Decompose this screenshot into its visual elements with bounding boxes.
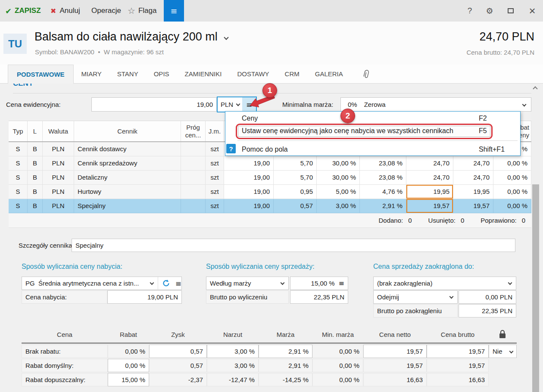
price-table-cell[interactable]: 24,70 bbox=[406, 171, 453, 185]
price-table-cell[interactable]: 19,00 bbox=[224, 199, 274, 213]
price-table-row[interactable]: SBPLNSpecjalnyszt19,000,573,00 %2,91 %19… bbox=[9, 199, 531, 213]
attachments-tab[interactable] bbox=[351, 65, 371, 83]
price-table-cell[interactable]: S bbox=[9, 185, 28, 199]
tab-stany[interactable]: STANY bbox=[109, 65, 146, 83]
cancel-button[interactable]: ✖ Anuluj bbox=[50, 0, 80, 22]
flag-button[interactable]: ☆ Flaga bbox=[128, 0, 156, 22]
price-table-cell[interactable]: B bbox=[28, 156, 43, 171]
settings-button[interactable]: ⚙ bbox=[483, 0, 496, 22]
tab-dostawy[interactable]: DOSTAWY bbox=[229, 65, 277, 83]
price-table-cell[interactable]: Specjalny bbox=[74, 199, 181, 213]
rabaty-cell[interactable]: 0,57 bbox=[149, 345, 207, 358]
price-table-cell[interactable]: 23,08 % bbox=[360, 171, 406, 185]
zaokraglenie-amount[interactable]: 0,00 PLN bbox=[459, 290, 516, 304]
marza-value-field[interactable]: 15,00 % ≡ bbox=[290, 277, 348, 290]
price-table-cell[interactable]: 5,70 bbox=[274, 156, 317, 171]
price-table-cell[interactable] bbox=[181, 156, 206, 171]
menu-item-pomoc[interactable]: ? Pomoc do pola Shift+F1 bbox=[225, 142, 520, 155]
cena-nabycia-value[interactable]: 19,00 PLN bbox=[107, 290, 182, 304]
price-table-cell[interactable]: 30,00 % bbox=[317, 156, 360, 171]
price-table-cell[interactable]: B bbox=[28, 171, 43, 185]
price-table-cell[interactable]: S bbox=[9, 142, 28, 156]
field-menu-button[interactable]: ≡ bbox=[339, 279, 344, 287]
currency-dropdown[interactable]: PLN bbox=[218, 97, 242, 112]
price-table-cell[interactable]: PLN bbox=[43, 171, 74, 185]
rabaty-cell[interactable]: 15,00 % bbox=[108, 373, 149, 386]
save-button[interactable]: ✔ ZAPISZ bbox=[5, 0, 41, 22]
price-table-cell[interactable]: PLN bbox=[43, 199, 74, 213]
field-menu-button[interactable]: ≡ bbox=[175, 279, 181, 288]
price-table-cell[interactable]: 5,70 bbox=[274, 171, 317, 185]
price-table-cell[interactable] bbox=[181, 142, 206, 156]
price-table-row[interactable]: SBPLNCennik sprzedażowyszt19,005,7030,00… bbox=[9, 156, 531, 171]
price-table-cell[interactable]: 3,00 % bbox=[317, 199, 360, 213]
tab-crm[interactable]: CRM bbox=[277, 65, 307, 83]
price-table-cell[interactable]: szt bbox=[206, 171, 224, 185]
price-table-cell[interactable]: 0,57 bbox=[274, 199, 317, 213]
minimalna-marza-dropdown[interactable]: 0% Zerowa bbox=[340, 97, 531, 112]
szczegoly-input[interactable]: Specjalny bbox=[72, 239, 515, 252]
tab-galeria[interactable]: GALERIA bbox=[307, 65, 351, 83]
price-table-cell[interactable]: B bbox=[28, 199, 43, 213]
price-table-cell[interactable]: B bbox=[28, 142, 43, 156]
lock-dropdown[interactable]: Nie bbox=[489, 345, 517, 358]
cena-ewidencyjna-input[interactable]: 19,00 bbox=[91, 97, 217, 112]
price-table-cell[interactable]: 19,95 bbox=[406, 185, 453, 199]
tab-podstawowe[interactable]: PODSTAWOWE bbox=[8, 65, 74, 84]
price-table-cell[interactable]: PLN bbox=[43, 142, 74, 156]
title-chevron-down-icon[interactable] bbox=[224, 35, 228, 40]
price-table-header-cell[interactable]: Typ bbox=[9, 121, 28, 141]
price-table-cell[interactable] bbox=[181, 185, 206, 199]
price-table-cell[interactable]: 30,00 % bbox=[317, 171, 360, 185]
price-table-cell[interactable] bbox=[181, 171, 206, 185]
scrollbar-thumb[interactable] bbox=[532, 184, 539, 392]
price-table-cell[interactable]: PLN bbox=[43, 156, 74, 171]
price-table-row[interactable]: SBPLNDetalicznyszt19,005,7030,00 %23,08 … bbox=[9, 171, 531, 185]
price-table-cell[interactable]: szt bbox=[206, 142, 224, 156]
price-table-header-cell[interactable]: Próg cen... bbox=[181, 121, 206, 141]
price-table-cell[interactable]: szt bbox=[206, 199, 224, 213]
price-table-cell[interactable]: 0,00 % bbox=[493, 185, 531, 199]
price-table-cell[interactable]: 19,57 bbox=[406, 199, 453, 213]
operations-button[interactable]: Operacje bbox=[91, 0, 121, 22]
price-table-header-cell[interactable]: Cennik bbox=[74, 121, 181, 141]
price-table-cell[interactable]: 4,76 % bbox=[360, 185, 406, 199]
scroll-up-icon[interactable] bbox=[533, 86, 537, 91]
price-table-cell[interactable]: 19,95 bbox=[453, 185, 493, 199]
tab-miary[interactable]: MIARY bbox=[74, 65, 109, 83]
price-table-cell[interactable]: 19,57 bbox=[453, 199, 493, 213]
price-table-cell[interactable]: Detaliczny bbox=[74, 171, 181, 185]
price-table-cell[interactable]: 24,70 bbox=[453, 171, 493, 185]
price-table-cell[interactable]: B bbox=[28, 185, 43, 199]
price-table-cell[interactable]: 19,00 bbox=[224, 185, 274, 199]
price-table-cell[interactable]: 0,00 % bbox=[493, 199, 531, 213]
price-table-cell[interactable]: 24,70 bbox=[453, 156, 493, 171]
brutto-po-wyliczeniu-value[interactable]: 22,35 PLN bbox=[290, 290, 348, 304]
rabaty-cell[interactable]: 2,91 % bbox=[259, 345, 312, 358]
price-table-cell[interactable] bbox=[181, 199, 206, 213]
main-menu-button[interactable]: ≡ bbox=[164, 0, 184, 22]
rabaty-cell[interactable]: 19,57 bbox=[363, 345, 427, 358]
zaokraglenie-dropdown[interactable]: (brak zaokrąglenia) bbox=[373, 277, 516, 290]
price-table-cell[interactable]: S bbox=[9, 156, 28, 171]
price-table-cell[interactable]: Hurtowy bbox=[74, 185, 181, 199]
rabaty-cell[interactable]: 19,57 bbox=[427, 345, 489, 358]
tab-opis[interactable]: OPIS bbox=[146, 65, 177, 83]
rabaty-cell[interactable]: 3,00 % bbox=[207, 345, 259, 358]
price-table-cell[interactable]: szt bbox=[206, 185, 224, 199]
price-table-cell[interactable]: 19,00 bbox=[224, 171, 274, 185]
sprzedaz-method-dropdown[interactable]: Według marży bbox=[206, 277, 289, 290]
price-table-cell[interactable]: 19,00 bbox=[224, 156, 274, 171]
maximize-button[interactable] bbox=[504, 0, 517, 22]
price-table-cell[interactable]: szt bbox=[206, 156, 224, 171]
help-button[interactable]: ? bbox=[463, 0, 476, 22]
vertical-scrollbar[interactable] bbox=[531, 84, 540, 392]
price-table-cell[interactable]: Cennik dostawcy bbox=[74, 142, 181, 156]
price-table-header-cell[interactable]: L bbox=[28, 121, 43, 141]
close-button[interactable]: × bbox=[526, 0, 539, 22]
odejmij-dropdown[interactable]: Odejmij bbox=[373, 290, 458, 304]
tab-zamienniki[interactable]: ZAMIENNIKI bbox=[177, 65, 230, 83]
refresh-button[interactable] bbox=[162, 279, 170, 287]
price-table-cell[interactable]: 5,00 % bbox=[317, 185, 360, 199]
price-table-cell[interactable]: 0,00 % bbox=[493, 171, 531, 185]
